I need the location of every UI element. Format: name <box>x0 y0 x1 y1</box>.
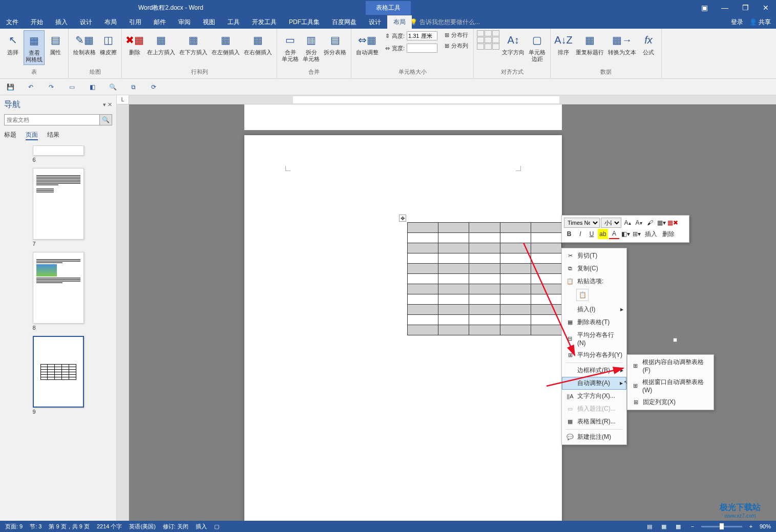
thumb-page-9[interactable] <box>33 336 84 408</box>
table-insert-icon[interactable]: ▦▾ <box>656 218 666 228</box>
status-rec-icon[interactable]: ▢ <box>214 523 219 530</box>
status-language[interactable]: 英语(美国) <box>129 523 155 530</box>
ribbon-options-icon[interactable]: ▣ <box>694 0 715 15</box>
submenu-by-window[interactable]: ⊞根据窗口自动调整表格(W) <box>627 376 714 396</box>
mini-delete-button[interactable]: 删除 <box>660 229 677 239</box>
maximize-button[interactable]: ❐ <box>735 0 756 15</box>
tab-pdf[interactable]: PDF工具集 <box>283 15 326 29</box>
text-direction-button[interactable]: A↕文字方向 <box>500 30 526 57</box>
close-button[interactable]: ✕ <box>756 0 776 15</box>
tab-table-design[interactable]: 设计 <box>363 15 387 29</box>
table-row[interactable] <box>408 305 562 315</box>
menu-delete-table[interactable]: ▦删除表格(T) <box>562 316 626 329</box>
status-word-count[interactable]: 2214 个字 <box>97 523 122 530</box>
tab-selector[interactable]: L <box>117 95 129 104</box>
view-gridlines-button[interactable]: ▦查看 网格线 <box>24 30 45 65</box>
table-row[interactable] <box>408 253 562 264</box>
autofit-button[interactable]: ⇔▦自动调整 <box>354 30 380 57</box>
menu-insert[interactable]: 插入(I)▶ <box>562 303 626 316</box>
zoom-percent[interactable]: 90% <box>760 523 771 529</box>
share-button[interactable]: 👤 共享 <box>749 18 771 27</box>
formula-button[interactable]: fx公式 <box>639 30 658 57</box>
table-row[interactable] <box>408 243 562 253</box>
tell-me-box[interactable]: 💡 告诉我您想要做什么... <box>410 18 480 27</box>
tab-insert[interactable]: 插入 <box>49 15 74 29</box>
split-table-button[interactable]: ▤拆分表格 <box>322 30 348 57</box>
redo-icon[interactable]: ↷ <box>46 82 56 92</box>
table-row[interactable] <box>408 315 562 325</box>
tab-table-layout[interactable]: 布局 <box>387 15 412 29</box>
undo-icon[interactable]: ↶ <box>26 82 36 92</box>
format-painter-icon[interactable]: 🖌 <box>645 218 655 228</box>
tab-mail[interactable]: 邮件 <box>148 15 172 29</box>
distribute-rows-button[interactable]: ⊞分布行 <box>443 30 470 40</box>
insert-left-button[interactable]: ▦在左侧插入 <box>210 30 241 57</box>
repeat-header-button[interactable]: ▦重复标题行 <box>574 30 605 57</box>
tab-design[interactable]: 设计 <box>74 15 98 29</box>
italic-icon[interactable]: I <box>575 229 585 239</box>
menu-dist-rows[interactable]: ⊟平均分布各行(N) <box>562 329 626 349</box>
view-web-icon[interactable]: ▩ <box>673 522 684 531</box>
table-resize-handle[interactable] <box>673 338 677 342</box>
merge-cells-button[interactable]: ▭合并 单元格 <box>280 30 300 64</box>
menu-border-style[interactable]: 边框样式(B)▶ <box>562 364 626 377</box>
menu-text-direction[interactable]: ||A文字方向(X)... <box>562 390 626 402</box>
tab-file[interactable]: 文件 <box>0 15 25 29</box>
grow-font-icon[interactable]: A▴ <box>622 218 633 228</box>
tab-home[interactable]: 开始 <box>25 15 49 29</box>
view-read-icon[interactable]: ▤ <box>644 522 655 531</box>
thumb-page-8[interactable] <box>33 252 84 324</box>
page-9[interactable]: ✥ <box>244 135 562 521</box>
tab-references[interactable]: 引用 <box>123 15 148 29</box>
table-row[interactable] <box>408 274 562 284</box>
menu-dist-cols[interactable]: ⊞平均分布各列(Y) <box>562 349 626 361</box>
save-icon[interactable]: 💾 <box>5 82 15 92</box>
table-row[interactable] <box>408 264 562 274</box>
menu-new-comment[interactable]: 💬新建批注(M) <box>562 431 626 443</box>
tab-dev[interactable]: 开发工具 <box>246 15 283 29</box>
document-table[interactable] <box>407 222 562 335</box>
status-page-of[interactable]: 第 9 页，共 9 页 <box>49 523 89 530</box>
table-delete-icon[interactable]: ▦✖ <box>667 218 678 228</box>
status-insert-mode[interactable]: 插入 <box>196 523 207 530</box>
submenu-by-content[interactable]: ⊞根据内容自动调整表格(F) <box>627 356 714 376</box>
table-row[interactable] <box>408 233 562 243</box>
minimize-button[interactable]: — <box>715 0 735 15</box>
nav-tab-headings[interactable]: 标题 <box>4 131 16 140</box>
qat-icon-2[interactable]: ◧ <box>87 82 97 92</box>
split-cells-button[interactable]: ▥拆分 单元格 <box>301 30 321 64</box>
table-row[interactable] <box>408 294 562 305</box>
submenu-fixed-width[interactable]: ⊞固定列宽(X) <box>627 396 714 409</box>
eraser-button[interactable]: ◫橡皮擦 <box>98 30 118 57</box>
mini-insert-button[interactable]: 插入 <box>643 229 659 239</box>
qat-icon-5[interactable]: ⟳ <box>149 82 159 92</box>
nav-tab-results[interactable]: 结果 <box>47 131 59 140</box>
delete-button[interactable]: ✖▦删除 <box>125 30 144 57</box>
menu-copy[interactable]: ⧉复制(C) <box>562 262 626 275</box>
login-link[interactable]: 登录 <box>731 18 743 27</box>
height-control[interactable]: ⇕高度: <box>383 30 439 41</box>
thumb-page-7[interactable] <box>33 168 84 240</box>
width-input[interactable] <box>407 44 437 53</box>
alignment-grid[interactable] <box>477 30 499 50</box>
thumb-page-6[interactable] <box>33 145 84 156</box>
font-color-icon[interactable]: A <box>609 229 619 239</box>
paste-option-1[interactable]: 📋 <box>576 289 589 301</box>
draw-table-button[interactable]: ✎▦绘制表格 <box>72 30 97 57</box>
convert-text-button[interactable]: ▦→转换为文本 <box>606 30 638 57</box>
menu-insert-caption[interactable]: ▭插入题注(C)... <box>562 402 626 415</box>
table-row[interactable] <box>408 223 562 233</box>
status-page[interactable]: 页面: 9 <box>5 523 23 530</box>
zoom-slider[interactable] <box>701 526 742 527</box>
search-input[interactable] <box>4 114 100 125</box>
qat-icon-3[interactable]: 🔍 <box>108 82 118 92</box>
menu-table-properties[interactable]: ▦表格属性(R)... <box>562 415 626 428</box>
mini-size-select[interactable]: 小四 <box>601 218 621 228</box>
tab-review[interactable]: 审阅 <box>172 15 197 29</box>
select-button[interactable]: ↖选择 <box>3 30 23 57</box>
menu-cut[interactable]: ✂剪切(T) <box>562 249 626 262</box>
shrink-font-icon[interactable]: A▾ <box>634 218 644 228</box>
status-section[interactable]: 节: 3 <box>30 523 41 530</box>
width-control[interactable]: ⇔宽度: <box>383 42 439 54</box>
view-print-icon[interactable]: ▦ <box>658 522 669 531</box>
